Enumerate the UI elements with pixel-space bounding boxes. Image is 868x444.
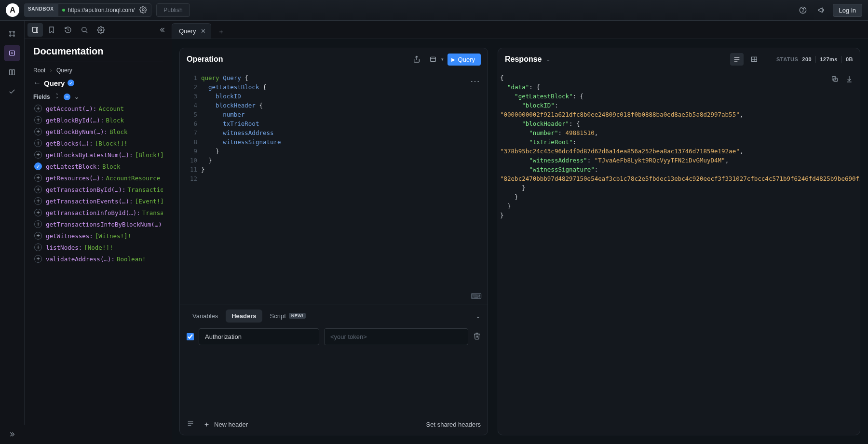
field-name: getTransactionInfoById	[46, 209, 126, 216]
docs-collapse-icon[interactable]	[155, 23, 169, 37]
field-args: (…):	[89, 117, 104, 124]
field-getTransactionEvents[interactable]: +getTransactionEvents(…): [Event!]!	[33, 196, 163, 206]
response-chevron-down-icon[interactable]: ⌄	[546, 57, 550, 62]
field-name: getLatestBlock	[46, 163, 96, 170]
tab-variables[interactable]: Variables	[187, 309, 224, 323]
rail-checks-icon[interactable]	[4, 83, 20, 100]
run-label: Query	[458, 56, 475, 63]
add-icon[interactable]: +	[34, 232, 42, 240]
fields-sort-icon[interactable]	[54, 93, 60, 100]
add-icon[interactable]: +	[34, 243, 42, 251]
field-listNodes[interactable]: +listNodes: [Node!]!	[33, 242, 163, 253]
field-type: [Node!]!	[84, 244, 113, 251]
login-button[interactable]: Log in	[833, 4, 862, 17]
footer-collapse-icon[interactable]: ⌄	[475, 312, 481, 320]
docs-search-icon[interactable]	[77, 23, 92, 37]
field-getWitnesses[interactable]: +getWitnesses: [Witnes!]!	[33, 230, 163, 241]
docs-settings-icon[interactable]	[93, 23, 108, 37]
header-enabled-checkbox[interactable]	[187, 333, 194, 340]
fields-list: +getAccount(…): Account+getBlockById(…):…	[33, 103, 163, 264]
back-arrow-icon[interactable]: ←	[33, 79, 41, 87]
field-name: getResources	[46, 175, 89, 182]
endpoint-settings-icon[interactable]	[139, 6, 147, 15]
field-getLatestBlock[interactable]: ✓getLatestBlock: Block	[33, 161, 163, 172]
field-getAccount[interactable]: +getAccount(…): Account	[33, 103, 163, 114]
fields-chevron-down-icon[interactable]: ⌄	[74, 94, 79, 100]
header-key-input[interactable]	[199, 328, 319, 345]
field-getResources[interactable]: +getResources(…): AccountResource	[33, 173, 163, 183]
rail-diff-icon[interactable]	[4, 64, 20, 81]
add-icon[interactable]: +	[34, 255, 42, 263]
add-icon[interactable]: +	[34, 209, 42, 216]
endpoint-box[interactable]: https://api.tron.tronql.com/	[58, 3, 152, 17]
field-type: Account	[98, 105, 124, 112]
svg-point-4	[14, 31, 15, 33]
help-icon[interactable]	[796, 3, 810, 17]
share-icon[interactable]	[410, 53, 423, 66]
apollo-logo[interactable]: A	[6, 3, 19, 17]
field-getTransactionInfoById[interactable]: +getTransactionInfoById(…): TransactionI…	[33, 207, 163, 218]
add-icon[interactable]: +	[34, 139, 42, 147]
add-icon[interactable]: +	[34, 186, 42, 193]
rail-schema-icon[interactable]	[4, 26, 20, 42]
check-icon[interactable]: ✓	[34, 162, 42, 170]
fields-deselect-icon[interactable]: −	[64, 94, 70, 100]
add-icon[interactable]: +	[34, 151, 42, 159]
announcements-icon[interactable]	[814, 3, 828, 17]
field-getBlocksByLatestNum[interactable]: +getBlocksByLatestNum(…): [Block!]!	[33, 149, 163, 160]
prettify-icon[interactable]	[187, 420, 194, 429]
add-icon[interactable]: +	[34, 197, 42, 205]
tab-headers[interactable]: Headers	[226, 309, 262, 323]
copy-response-icon[interactable]	[829, 73, 841, 85]
add-icon[interactable]: +	[34, 116, 42, 124]
publish-button[interactable]: Publish	[156, 3, 190, 17]
field-name: getBlockById	[46, 117, 89, 124]
type-selected-icon: ✓	[68, 80, 74, 86]
add-icon[interactable]: +	[34, 105, 42, 112]
docs-tab-reference-icon[interactable]	[27, 23, 43, 37]
field-args: (…):	[79, 140, 93, 147]
response-viewer[interactable]: { "data": { "getLatestBlock": { "blockID…	[498, 70, 860, 435]
field-name: getTransactionsInfoByBlockNum	[46, 221, 151, 228]
add-icon[interactable]: +	[34, 174, 42, 182]
field-getBlocks[interactable]: +getBlocks(…): [Block!]!	[33, 138, 163, 148]
tab-close-icon[interactable]: ✕	[201, 27, 206, 35]
field-args: (…):	[151, 221, 163, 228]
field-getTransactionById[interactable]: +getTransactionById(…): Transaction	[33, 184, 163, 195]
tab-script[interactable]: Script NEW!	[264, 309, 312, 323]
field-validateAddress[interactable]: +validateAddress(…): Boolean!	[33, 254, 163, 264]
field-name: getWitnesses	[46, 232, 89, 240]
response-view-table-icon[interactable]	[747, 53, 761, 66]
status-code: 200	[802, 56, 812, 62]
docs-bookmark-icon[interactable]	[44, 23, 59, 37]
tab-add-icon[interactable]: ＋	[214, 25, 228, 39]
svg-rect-9	[10, 70, 12, 75]
tab-query[interactable]: Query ✕	[172, 23, 211, 39]
header-delete-icon[interactable]	[473, 332, 481, 341]
header-value-input[interactable]	[324, 328, 468, 345]
save-collection-icon[interactable]	[427, 53, 439, 66]
field-getBlockByNum[interactable]: +getBlockByNum(…): Block	[33, 126, 163, 137]
operation-editor[interactable]: query Query { getLatestBlock { blockID b…	[201, 70, 488, 305]
field-getTransactionsInfoByBlockNum[interactable]: +getTransactionsInfoByBlockNum(…):	[33, 219, 163, 229]
docs-history-icon[interactable]	[60, 23, 76, 37]
operation-more-icon[interactable]: ⋯	[470, 75, 481, 87]
add-icon[interactable]: +	[34, 128, 42, 135]
download-response-icon[interactable]	[843, 73, 855, 85]
run-query-button[interactable]: ▶ Query	[448, 54, 481, 66]
crumb-current: Query	[56, 67, 72, 74]
status-label: STATUS	[776, 56, 798, 62]
field-getBlockById[interactable]: +getBlockById(…): Block	[33, 115, 163, 125]
rail-explorer-icon[interactable]	[4, 45, 20, 61]
svg-rect-14	[430, 57, 435, 61]
save-chevron-down-icon[interactable]: ▾	[441, 57, 444, 62]
add-icon[interactable]: +	[34, 220, 42, 228]
expand-bottom-icon[interactable]	[0, 425, 25, 444]
set-shared-headers-button[interactable]: Set shared headers	[426, 421, 481, 428]
svg-point-12	[100, 29, 102, 31]
keyboard-icon[interactable]: ⌨	[471, 292, 482, 301]
chevron-right-icon: ›	[50, 67, 52, 74]
crumb-root[interactable]: Root	[33, 67, 45, 74]
new-header-button[interactable]: ＋ New header	[203, 420, 248, 429]
response-view-json-icon[interactable]	[730, 53, 744, 66]
